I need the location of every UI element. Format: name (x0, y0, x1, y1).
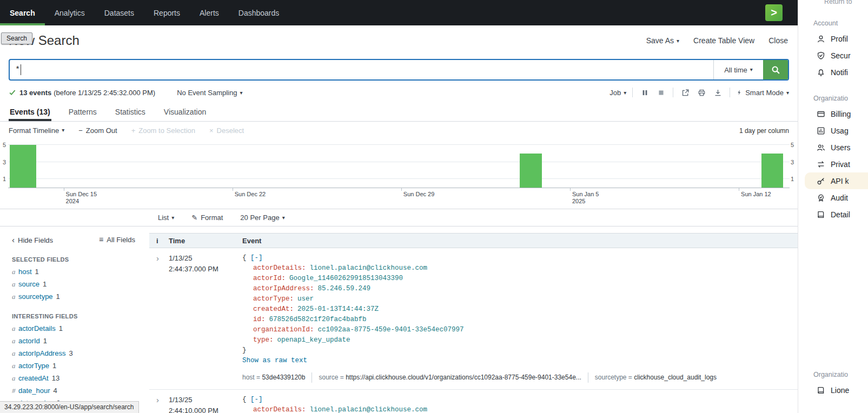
chevron-right-icon[interactable] (156, 396, 159, 404)
bolt-icon (736, 89, 743, 96)
event-row: 1/13/25 2:44:37.000 PM { [-] actorDetail… (149, 248, 798, 390)
timeline-scale-label: 1 day per column (739, 127, 789, 135)
save-as-button[interactable]: Save As (646, 36, 679, 45)
search-tooltip: Search (1, 32, 32, 44)
y-axis-label: 3 (3, 159, 6, 165)
zoom-to-selection-button[interactable]: Zoom to Selection (131, 126, 195, 135)
sidebar-item-api-keys[interactable]: API k (805, 172, 868, 189)
return-link[interactable]: Return to (824, 0, 868, 5)
search-bar: * All time (9, 59, 789, 81)
field-sourcetype[interactable]: asourcetype1 (12, 292, 144, 301)
tab-patterns[interactable]: Patterns (68, 103, 98, 121)
x-axis-label: Sun Jan 12 (739, 191, 771, 198)
top-nav: Search Analytics Datasets Reports Alerts… (0, 0, 798, 25)
stop-button[interactable] (655, 87, 667, 98)
nav-item-search[interactable]: Search (0, 0, 45, 25)
credit-card-icon (817, 110, 825, 118)
tab-statistics[interactable]: Statistics (114, 103, 147, 121)
sidebar-item-billing[interactable]: Billing (798, 105, 868, 122)
gridline (8, 162, 790, 162)
field-host[interactable]: ahost1 (12, 268, 144, 276)
search-mode-selector[interactable]: Smart Mode (736, 89, 789, 97)
sidebar-item-organization-lionel[interactable]: Lione (798, 382, 868, 398)
tab-events[interactable]: Events (13) (9, 103, 51, 121)
browser-link-preview: 34.29.223.20:8000/en-US/app/search/searc… (0, 401, 139, 413)
x-axis-label: Sun Jan 52025 (570, 191, 599, 205)
swap-arrows-icon (817, 160, 825, 169)
book-icon (817, 386, 825, 395)
timeline-section: Format Timeline Zoom Out Zoom to Selecti… (0, 122, 798, 209)
nav-item-analytics[interactable]: Analytics (45, 0, 95, 25)
sidebar-spacer (798, 223, 868, 357)
search-input[interactable]: * (10, 60, 713, 79)
sidebar-item-audit[interactable]: Audit (798, 189, 868, 206)
per-page-dropdown[interactable]: 20 Per Page (240, 214, 284, 222)
hide-fields-button[interactable]: Hide Fields (12, 235, 53, 244)
sidebar-item-private-endpoints[interactable]: Privat (798, 156, 868, 172)
search-submit-button[interactable] (763, 60, 788, 79)
field-date_hour[interactable]: #date_hour4 (12, 387, 144, 395)
export-download-icon[interactable] (712, 87, 724, 98)
close-button[interactable]: Close (768, 36, 788, 45)
fields-sidebar: Hide Fields All Fields SELECTED FIELDS a… (0, 227, 144, 411)
format-button[interactable]: Format (191, 214, 223, 222)
nav-item-reports[interactable]: Reports (144, 0, 190, 25)
sidebar-section-organization-switcher: Organizatio (813, 371, 868, 378)
splunk-search-app: Search Analytics Datasets Reports Alerts… (0, 0, 798, 413)
sidebar-item-profile[interactable]: Profil (798, 30, 868, 47)
timeline-bar[interactable] (10, 145, 36, 188)
format-timeline-dropdown[interactable]: Format Timeline (9, 126, 64, 135)
zoom-out-button[interactable]: Zoom Out (78, 126, 117, 135)
timeline-histogram[interactable]: 113355 (8, 141, 790, 188)
book-icon (817, 210, 825, 219)
event-timestamp: 1/13/25 2:44:10.000 PM (169, 395, 235, 413)
time-range-picker[interactable]: All time (713, 60, 763, 79)
deselect-button[interactable]: Deselect (209, 126, 244, 135)
pause-button[interactable] (639, 87, 651, 98)
field-actorDetails[interactable]: aactorDetails1 (12, 324, 144, 333)
sidebar-item-usage[interactable]: Usag (798, 122, 868, 139)
result-tabs: Events (13) Patterns Statistics Visualiz… (0, 103, 798, 122)
field-source[interactable]: asource1 (12, 280, 144, 289)
timeline-bar[interactable] (520, 154, 541, 188)
sidebar-item-details[interactable]: Detail (798, 206, 868, 223)
meta-sourcetype[interactable]: sourcetype = clickhouse_cloud_audit_logs (588, 372, 717, 383)
page-header: New Search Save As Create Table View Clo… (0, 25, 798, 52)
nav-item-datasets[interactable]: Datasets (95, 0, 144, 25)
divider (673, 88, 673, 97)
list-view-dropdown[interactable]: List (158, 214, 174, 222)
timeline-bar[interactable] (761, 154, 783, 188)
collapse-json-link[interactable]: [-] (250, 254, 263, 262)
field-actorIpAddress[interactable]: aactorIpAddress3 (12, 349, 144, 358)
splunk-logo-icon[interactable]: > (765, 4, 783, 21)
meta-host[interactable]: host = 53de4339120b (242, 372, 305, 383)
badge-check-icon (817, 194, 825, 202)
tab-visualization[interactable]: Visualization (163, 103, 207, 121)
field-actorType[interactable]: aactorType1 (12, 362, 144, 370)
share-icon[interactable] (679, 87, 691, 98)
sidebar-item-security[interactable]: Secur (798, 47, 868, 64)
create-table-view-button[interactable]: Create Table View (693, 36, 754, 45)
nav-item-dashboards[interactable]: Dashboards (229, 0, 289, 25)
chevron-right-icon[interactable] (156, 254, 159, 262)
all-fields-button[interactable]: All Fields (99, 235, 135, 244)
field-createdAt[interactable]: acreatedAt13 (12, 374, 144, 383)
event-sampling-dropdown[interactable]: No Event Sampling (177, 89, 242, 97)
bell-icon (817, 68, 825, 77)
users-icon (817, 143, 825, 152)
selected-fields-title: SELECTED FIELDS (12, 256, 144, 263)
field-actorId[interactable]: aactorId1 (12, 337, 144, 345)
sidebar-item-notifications[interactable]: Notifi (798, 64, 868, 81)
x-axis-label: Sun Dec 29 (401, 191, 434, 198)
success-check-icon (9, 89, 16, 96)
print-icon[interactable] (695, 87, 707, 98)
events-table: i Time Event 1/13/25 2:44:37.000 PM { [-… (149, 227, 798, 413)
nav-item-alerts[interactable]: Alerts (190, 0, 229, 25)
text-cursor (21, 64, 21, 75)
job-menu[interactable]: Job (609, 89, 626, 97)
sidebar-item-users[interactable]: Users (798, 139, 868, 156)
collapse-json-link[interactable]: [-] (250, 396, 263, 403)
key-icon (817, 177, 825, 185)
show-raw-text-link[interactable]: Show as raw text (242, 356, 307, 366)
meta-source[interactable]: source = https://api.clickhouse.cloud/v1… (312, 372, 581, 383)
